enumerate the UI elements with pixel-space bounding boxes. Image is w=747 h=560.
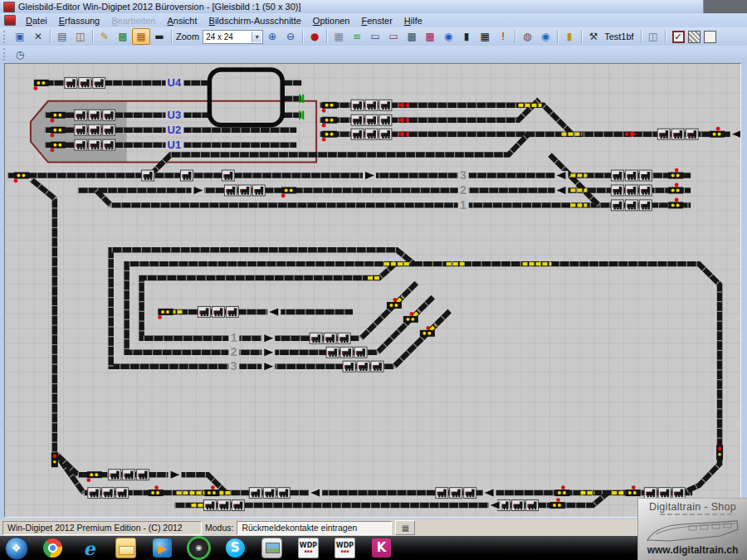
canvas-area: U4U3U2U1321123 xyxy=(0,63,747,519)
svg-text:3: 3 xyxy=(460,168,466,182)
chrome-icon xyxy=(43,538,62,558)
svg-text:U1: U1 xyxy=(168,139,182,151)
svg-text:U3: U3 xyxy=(168,109,182,121)
checkbox-option-2[interactable] xyxy=(688,31,701,43)
skype-icon: S xyxy=(226,538,245,558)
zoom-in-button[interactable]: ⊕ xyxy=(263,28,281,45)
track-plan-canvas[interactable]: U4U3U2U1321123 xyxy=(4,63,741,518)
menu-fenster[interactable]: Fenster xyxy=(355,15,398,27)
monitor-button[interactable]: ▭ xyxy=(366,28,384,45)
window-title: Gleisbild-Editor Win-Digipet 2012 Bürove… xyxy=(18,2,301,12)
app-icon xyxy=(3,2,15,12)
eraser-button[interactable]: ▬ xyxy=(150,28,168,45)
display-button[interactable]: ▮ xyxy=(457,28,476,45)
toolbar-secondary: ◷ xyxy=(0,46,747,64)
taskbar-start-icon[interactable]: ❖ xyxy=(1,537,32,559)
zoom-select[interactable]: 24 x 24▼ xyxy=(203,30,263,44)
view-option-checkboxes: ✓ xyxy=(672,31,716,43)
clock-button[interactable]: ◷ xyxy=(11,46,29,63)
start-icon: ❖ xyxy=(5,537,28,560)
monitor-route-button[interactable]: ▭ xyxy=(384,28,403,45)
select-area-button[interactable]: ▦ xyxy=(330,28,348,45)
export-package-button[interactable]: ◫ xyxy=(71,28,90,45)
mode-label: Modus: xyxy=(205,523,233,533)
svg-text:3: 3 xyxy=(230,358,237,373)
toolbar-separator xyxy=(665,30,666,43)
taskbar-media-icon[interactable]: ◉ xyxy=(183,537,214,559)
digitaltrain-overlay: Digitaltrain - Shop www.digitaltrain.ch xyxy=(637,498,747,560)
svg-text:1: 1 xyxy=(230,330,237,344)
menu-datei[interactable]: Datei xyxy=(20,15,53,27)
globe-button[interactable]: ◉ xyxy=(536,28,554,45)
matrix-button[interactable]: ▩ xyxy=(403,28,421,45)
taskbar-wdp-office-icon[interactable]: WDP▪▪▪ xyxy=(330,537,360,559)
desktop-corner xyxy=(703,0,747,13)
zoom-out-button[interactable]: ⊖ xyxy=(281,28,300,45)
signal-test-button[interactable]: ▮ xyxy=(560,28,579,45)
wdp-editor-icon: WDP▪▪▪ xyxy=(298,538,319,558)
taskbar-ksuite-icon[interactable]: K xyxy=(366,537,397,559)
explorer-icon xyxy=(115,538,136,558)
ie-icon: e xyxy=(80,538,99,558)
media-icon: ◉ xyxy=(187,536,211,560)
track-plan[interactable]: U4U3U2U1321123 xyxy=(5,64,740,517)
save-button[interactable]: ▣ xyxy=(11,28,29,45)
svg-text:U2: U2 xyxy=(168,124,182,136)
wmp-icon: ▶ xyxy=(153,538,172,558)
zoom-dropdown-arrow-icon[interactable]: ▼ xyxy=(251,32,261,42)
menu-optionen[interactable]: Optionen xyxy=(307,15,356,27)
taskbar-skype-icon[interactable]: S xyxy=(220,537,251,559)
taskbar-ie-icon[interactable]: e xyxy=(74,537,105,559)
menu-erfassung[interactable]: Erfassung xyxy=(53,15,106,27)
menu-bildschirm-ausschnitte[interactable]: Bildschirm-Ausschnitte xyxy=(203,15,307,27)
app-window: Gleisbild-Editor Win-Digipet 2012 Bürove… xyxy=(0,0,747,536)
wdp-office-icon: WDP▪▪▪ xyxy=(334,538,355,558)
taskbar-wdp-editor-icon[interactable]: WDP▪▪▪ xyxy=(293,537,324,559)
taskbar-chrome-icon[interactable] xyxy=(37,537,68,559)
toolbar-separator xyxy=(557,30,558,43)
levels-button[interactable]: ≡ xyxy=(348,28,366,45)
toolbar-separator xyxy=(641,30,642,43)
colors-button[interactable]: ▩ xyxy=(421,28,439,45)
svg-text:2: 2 xyxy=(460,183,466,197)
overlay-title: Digitaltrain - Shop xyxy=(638,501,747,513)
taskbar-wmp-icon[interactable]: ▶ xyxy=(147,537,178,559)
test-lamp-button[interactable]: ● xyxy=(305,28,324,45)
feedback-grid-button[interactable]: ▦ xyxy=(132,28,150,45)
menu-bearbeiten: Bearbeiten xyxy=(105,15,161,27)
taskbar-photos-icon[interactable] xyxy=(256,537,287,559)
zoom-label: Zoom xyxy=(176,32,199,41)
toolbar-separator xyxy=(171,30,172,43)
tools-button[interactable]: ⚒ xyxy=(584,28,603,45)
checkbox-option-1-checked[interactable]: ✓ xyxy=(672,31,685,43)
magnet-button[interactable]: ◉ xyxy=(439,28,457,45)
svg-text:2: 2 xyxy=(230,344,237,358)
zoom-widget: Zoom24 x 24▼ xyxy=(174,30,263,44)
taskbar: ❖e▶◉SWDP▪▪▪WDP▪▪▪K xyxy=(0,536,747,560)
toolbar-separator xyxy=(302,30,303,43)
toolbar-separator xyxy=(515,30,515,43)
warning-button[interactable]: ! xyxy=(494,28,512,45)
mode-picker-button[interactable]: ▦ xyxy=(395,520,415,535)
delete-button[interactable]: ✕ xyxy=(29,28,47,45)
toolbar-grip xyxy=(3,31,9,43)
title-bar[interactable]: Gleisbild-Editor Win-Digipet 2012 Bürove… xyxy=(0,0,747,13)
edition-panel: Win-Digipet 2012 Premium Edition - (C) 2… xyxy=(2,521,202,535)
ksuite-icon: K xyxy=(372,538,391,558)
menu-hilfe[interactable]: Hilfe xyxy=(398,15,428,27)
taskbar-explorer-icon[interactable] xyxy=(110,537,141,559)
overlay-url: www.digitaltrain.ch xyxy=(638,544,747,556)
edit-routes-button[interactable]: ▩ xyxy=(114,28,132,45)
svg-text:1: 1 xyxy=(460,197,466,212)
toolbar-separator xyxy=(581,30,582,43)
menu-ansicht[interactable]: Ansicht xyxy=(161,15,203,27)
film-button[interactable]: ▦ xyxy=(476,28,494,45)
edit-symbols-button[interactable]: ✎ xyxy=(95,28,114,45)
disc-button[interactable]: ◍ xyxy=(518,28,536,45)
checkbox-option-3[interactable] xyxy=(704,31,716,43)
toolbar-separator xyxy=(326,30,327,43)
paste-symbol-button[interactable]: ◫ xyxy=(644,28,662,45)
document-icon xyxy=(4,15,16,26)
print-button[interactable]: ▤ xyxy=(53,28,71,45)
test-project-label: Test1bf xyxy=(604,32,633,41)
